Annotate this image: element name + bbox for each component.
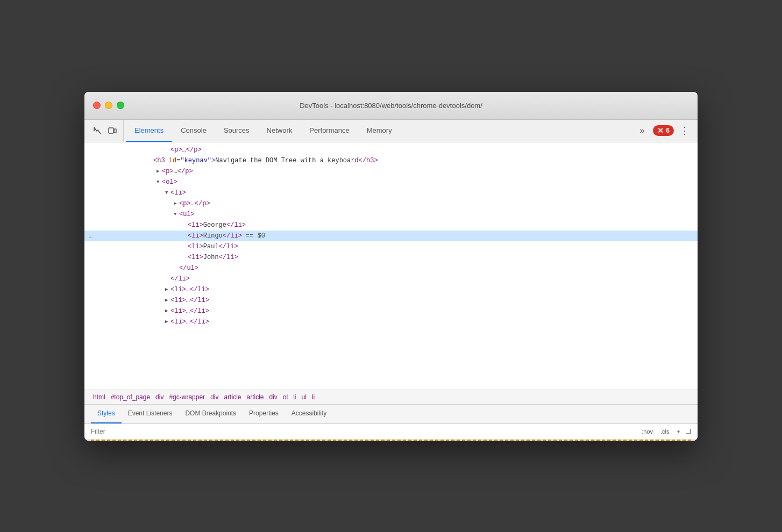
breadcrumb-div2[interactable]: div [208,393,221,401]
expand-arrow[interactable] [165,306,170,316]
breadcrumb-div3[interactable]: div [267,393,280,401]
expand-arrow[interactable] [165,285,170,294]
dom-line: <p>…</p> [84,145,698,155]
svg-rect-1 [114,129,116,133]
expand-arrow[interactable] [174,210,179,219]
breadcrumb-ul[interactable]: ul [300,393,309,401]
expand-arrow[interactable] [165,296,170,305]
title-bar: DevTools - localhost:8080/web/tools/chro… [84,92,698,120]
breadcrumb-article1[interactable]: article [222,393,243,401]
dom-line: <ol> [84,177,698,188]
tab-console[interactable]: Console [172,120,215,142]
dom-line: <ul> [84,209,698,220]
dom-line: <li>George</li> [84,220,698,231]
dom-line: <li>John</li> [84,252,698,263]
tab-dom-breakpoints[interactable]: DOM Breakpoints [179,405,243,423]
error-count: 6 [666,127,670,134]
cls-button[interactable]: .cls [658,427,672,436]
menu-button[interactable]: ⋮ [678,124,691,137]
close-button[interactable] [93,102,101,109]
filter-controls: :hov .cls + [639,427,691,436]
tab-bar: Elements Console Sources Network Perform… [84,120,698,142]
breadcrumb-div1[interactable]: div [153,393,166,401]
bottom-tabs: Styles Event Listeners DOM Breakpoints P… [84,405,698,424]
tab-elements[interactable]: Elements [126,120,172,142]
dom-line: <li> [84,188,698,198]
tab-properties[interactable]: Properties [243,405,285,423]
dom-tree: <p>…</p> <h3 id="keynav">Navigate the DO… [84,142,698,390]
window-title: DevTools - localhost:8080/web/tools/chro… [300,102,482,110]
tab-accessibility[interactable]: Accessibility [285,405,333,423]
bottom-panel: Styles Event Listeners DOM Breakpoints P… [84,405,698,441]
dom-line: <li>…</li> [84,284,698,295]
tab-memory[interactable]: Memory [358,120,401,142]
dom-line: </li> [84,274,698,284]
error-badge[interactable]: ✕ 6 [653,125,674,136]
tab-bar-right: » ✕ 6 ⋮ [631,120,695,142]
tab-network[interactable]: Network [258,120,301,142]
breadcrumb-li1[interactable]: li [291,393,298,401]
tab-event-listeners[interactable]: Event Listeners [122,405,179,423]
tab-performance[interactable]: Performance [301,120,358,142]
breadcrumb-top-of-page[interactable]: #top_of_page [109,393,152,401]
dom-line: <h3 id="keynav">Navigate the DOM Tree wi… [84,155,698,166]
filter-input[interactable] [91,428,635,435]
minimize-button[interactable] [105,102,112,109]
dom-line: <li>…</li> [84,306,698,317]
dom-line: <p>…</p> [84,198,698,209]
toolbar-left [87,120,124,142]
tab-sources[interactable]: Sources [215,120,258,142]
expand-arrow[interactable] [165,317,170,327]
svg-rect-0 [109,128,113,133]
dom-line: <li>Paul</li> [84,241,698,252]
hov-button[interactable]: :hov [639,427,655,436]
expand-arrow[interactable] [157,167,162,176]
traffic-lights [93,102,124,109]
maximize-button[interactable] [117,102,124,109]
dom-line: <li>…</li> [84,295,698,306]
breadcrumb-gc-wrapper[interactable]: #gc-wrapper [167,393,207,401]
dom-line: </ul> [84,263,698,274]
dom-line: <li>…</li> [84,317,698,327]
breadcrumb-bar: html #top_of_page div #gc-wrapper div ar… [84,390,698,405]
breadcrumb-li2[interactable]: li [310,393,317,401]
add-style-button[interactable]: + [675,427,683,436]
dashed-border-indicator [91,440,691,441]
tab-styles[interactable]: Styles [91,405,122,423]
devtools-window: DevTools - localhost:8080/web/tools/chro… [84,92,698,441]
device-toggle-icon[interactable] [106,124,119,137]
breadcrumb-ol[interactable]: ol [281,393,290,401]
styles-filter-bar: :hov .cls + [84,424,698,440]
error-icon: ✕ [657,126,664,135]
resize-handle[interactable] [686,429,691,434]
expand-arrow[interactable] [165,188,170,198]
expand-arrow[interactable] [174,199,179,209]
dom-line-selected[interactable]: … <li>Ringo</li> == $0 [84,231,698,241]
inspect-icon[interactable] [91,124,104,137]
dom-line: <p>…</p> [84,166,698,177]
more-tabs-button[interactable]: » [635,123,649,138]
breadcrumb-html[interactable]: html [91,393,108,401]
breadcrumb-article2[interactable]: article [244,393,266,401]
expand-arrow[interactable] [157,177,162,187]
